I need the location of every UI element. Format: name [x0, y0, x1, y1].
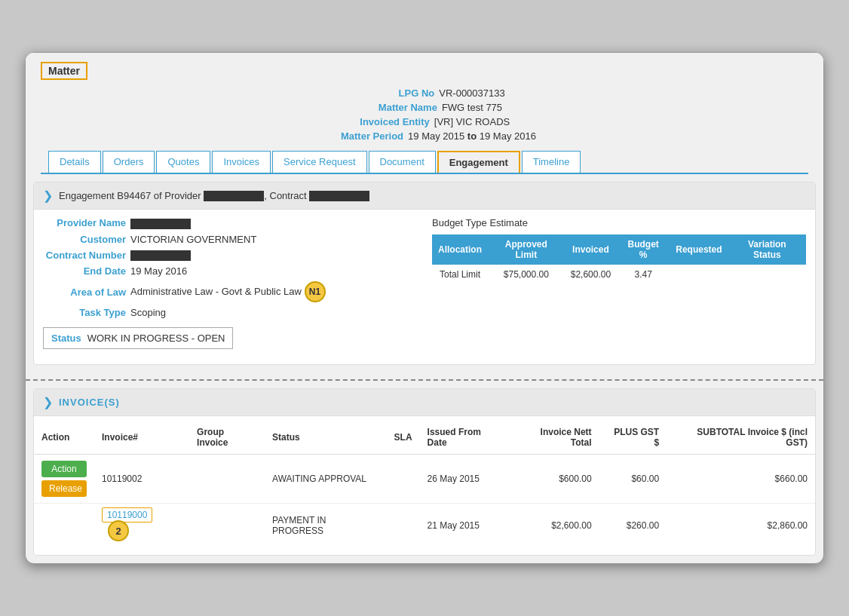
inv-invoice-num-1: 10119002	[94, 455, 189, 504]
engagement-section: ❯ Engagement B94467 of Provider , Contra…	[33, 182, 816, 365]
engagement-left-fields: Provider Name Customer VICTORIAN GOVERNM…	[43, 217, 417, 349]
end-date-value: 19 May 2016	[130, 265, 187, 277]
budget-approved: $75,000.00	[488, 265, 565, 284]
budget-col-requested: Requested	[670, 234, 728, 265]
status-box: Status WORK IN PROGRESS - OPEN	[43, 327, 233, 349]
end-date-label: End Date	[43, 265, 126, 277]
budget-type-value: Estimate	[489, 217, 528, 228]
budget-allocation: Total Limit	[432, 265, 488, 284]
inv-gst-2: $260.00	[599, 504, 667, 548]
tab-quotes[interactable]: Quotes	[156, 151, 210, 173]
inv-col-issued-from: Issued From Date	[420, 421, 510, 455]
matter-period-row: Matter Period 19 May 2015 to 19 May 2016	[313, 130, 536, 142]
customer-value: VICTORIAN GOVERNMENT	[130, 234, 256, 245]
inv-col-action: Action	[34, 421, 94, 455]
inv-col-invoice-num: Invoice#	[94, 421, 189, 455]
matter-period-value: 19 May 2015 to 19 May 2016	[408, 130, 536, 142]
matter-name-value: FWG test 775	[442, 102, 502, 113]
invoiced-entity-label: Invoiced Entity	[339, 116, 430, 127]
contract-number-value	[130, 250, 191, 262]
release-button[interactable]: Release	[41, 480, 87, 497]
status-label: Status	[51, 333, 81, 344]
inv-issued-1: 26 May 2015	[420, 455, 510, 504]
inv-status-1: AWAITING APPROVAL	[265, 455, 386, 504]
budget-table-row: Total Limit $75,000.00 $2,600.00 3.47	[432, 265, 806, 284]
budget-col-allocation: Allocation	[432, 234, 488, 265]
table-row: Action Release 10119002 AWAITING APPROVA…	[34, 455, 815, 504]
invoices-title: INVOICE(S)	[59, 397, 120, 408]
invoices-table-header-row: Action Invoice# Group Invoice Status SLA…	[34, 421, 815, 455]
tab-orders[interactable]: Orders	[103, 151, 155, 173]
inv-group-invoice-1	[189, 455, 265, 504]
tab-details[interactable]: Details	[48, 151, 101, 173]
inv-status-2: PAYMENT IN PROGRESS	[265, 504, 386, 548]
inv-col-subtotal: SUBTOTAL Invoice $ (incl GST)	[667, 421, 815, 455]
budget-pct: 3.47	[617, 265, 670, 284]
inv-issued-2: 21 May 2015	[420, 504, 510, 548]
lpg-no-value: VR-000037133	[439, 87, 504, 99]
tabs-row: Details Orders Quotes Invoices Service R…	[41, 151, 808, 174]
lpg-no-row: LPG No VR-000037133	[344, 87, 504, 99]
invoices-section: ❯ INVOICE(S) Action Invoice# Group Invoi…	[33, 388, 816, 556]
matter-name-label: Matter Name	[347, 102, 437, 113]
inv-col-gst: PLUS GST $	[599, 421, 667, 455]
task-type-label: Task Type	[43, 307, 126, 318]
inv-sla-2	[387, 504, 420, 548]
table-row: 10119000 2 PAYMENT IN PROGRESS 21 May 20…	[34, 504, 815, 548]
budget-type-row: Budget Type Estimate	[432, 217, 806, 228]
inv-col-group-invoice: Group Invoice	[189, 421, 265, 455]
engagement-header: ❯ Engagement B94467 of Provider , Contra…	[34, 182, 815, 210]
inv-sla-1	[387, 455, 420, 504]
budget-invoiced: $2,600.00	[565, 265, 617, 284]
inv-col-sla: SLA	[387, 421, 420, 455]
status-value: WORK IN PROGRESS - OPEN	[87, 333, 225, 344]
callout-n1: N1	[305, 281, 326, 302]
budget-table: Allocation Approved Limit Invoiced Budge…	[432, 234, 806, 284]
callout-2: 2	[108, 520, 129, 541]
lpg-no-label: LPG No	[344, 87, 434, 99]
inv-subtotal-2: $2,860.00	[667, 504, 815, 548]
inv-nett-1: $600.00	[510, 455, 599, 504]
contract-number-label: Contract Number	[43, 250, 126, 261]
inv-col-nett-total: Invoice Nett Total	[510, 421, 599, 455]
budget-requested	[670, 265, 728, 284]
budget-variation-status	[728, 265, 806, 284]
budget-col-pct: Budget %	[617, 234, 670, 265]
matter-period-label: Matter Period	[313, 130, 403, 142]
invoice-link[interactable]: 10119000	[102, 507, 152, 523]
inv-nett-2: $2,600.00	[510, 504, 599, 548]
task-type-value: Scoping	[130, 307, 166, 318]
budget-type-label: Budget Type	[432, 217, 487, 228]
engagement-right-fields: Budget Type Estimate Allocation Approved…	[432, 217, 806, 349]
invoices-header: ❯ INVOICE(S)	[34, 389, 815, 416]
budget-col-approved: Approved Limit	[488, 234, 565, 265]
tab-document[interactable]: Document	[369, 151, 436, 173]
inv-invoice-num-2: 10119000 2	[94, 504, 189, 548]
provider-name-label: Provider Name	[43, 217, 126, 228]
matter-title: Matter	[41, 62, 87, 80]
inv-action-cell: Action Release	[34, 455, 94, 504]
section-divider	[26, 379, 823, 381]
invoiced-entity-value: [VR] VIC ROADS	[434, 116, 510, 127]
matter-name-row: Matter Name FWG test 775	[347, 102, 502, 113]
area-of-law-label: Area of Law	[43, 287, 126, 298]
tab-invoices[interactable]: Invoices	[212, 151, 271, 173]
provider-name-value	[130, 217, 191, 229]
tab-service-request[interactable]: Service Request	[272, 151, 366, 173]
customer-label: Customer	[43, 234, 126, 245]
engagement-chevron-icon[interactable]: ❯	[43, 188, 53, 203]
inv-col-status: Status	[265, 421, 386, 455]
area-of-law-value: Administrative Law - Govt & Public Law N…	[130, 281, 326, 302]
invoices-table: Action Invoice# Group Invoice Status SLA…	[34, 421, 815, 547]
tab-engagement[interactable]: Engagement	[437, 151, 520, 173]
invoices-chevron-icon[interactable]: ❯	[43, 395, 53, 409]
inv-action-cell-2	[34, 504, 94, 548]
action-button[interactable]: Action	[41, 461, 87, 477]
budget-col-invoiced: Invoiced	[565, 234, 617, 265]
inv-gst-1: $60.00	[599, 455, 667, 504]
engagement-header-title: Engagement B94467 of Provider , Contract	[59, 190, 369, 202]
inv-subtotal-1: $660.00	[667, 455, 815, 504]
budget-col-variation: Variation Status	[728, 234, 806, 265]
inv-group-invoice-2	[189, 504, 265, 548]
tab-timeline[interactable]: Timeline	[522, 151, 581, 173]
